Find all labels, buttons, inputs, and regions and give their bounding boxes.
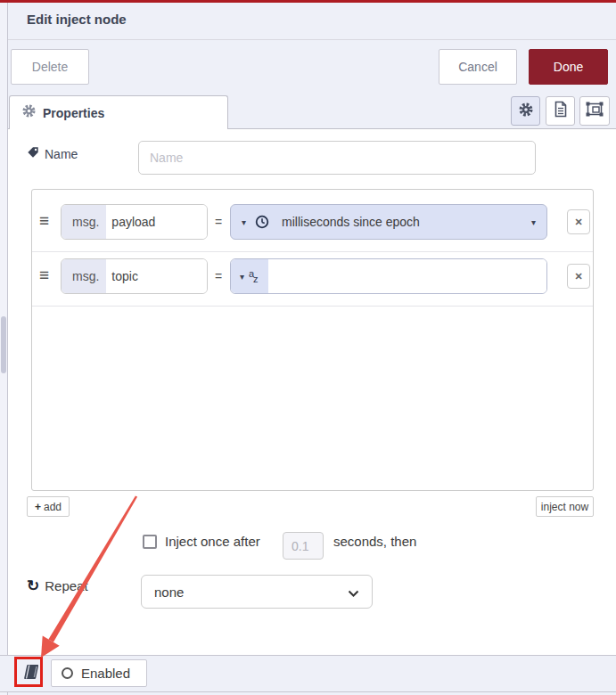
cancel-button[interactable]: Cancel: [439, 49, 517, 85]
chevron-down-icon: [348, 585, 359, 600]
tab-properties-label: Properties: [43, 106, 104, 120]
type-select-button[interactable]: ▾ az: [231, 259, 268, 293]
typed-input-value: milliseconds since epoch: [282, 215, 531, 229]
typed-input-payload[interactable]: ▾ milliseconds since epoch ▾: [230, 204, 547, 240]
properties-tab-button[interactable]: [511, 96, 540, 126]
equals-sign: =: [215, 215, 222, 229]
inject-once-label: Inject once after: [165, 534, 260, 549]
tray-resize-grip[interactable]: [1, 316, 6, 373]
remove-rule-button[interactable]: ✕: [567, 264, 590, 289]
repeat-icon: ↻: [27, 578, 39, 593]
header-divider: [8, 39, 616, 40]
description-tab-button[interactable]: [546, 96, 575, 126]
equals-sign: =: [215, 269, 222, 283]
drag-handle-icon[interactable]: ≡: [39, 268, 55, 282]
inject-once-suffix: seconds, then: [333, 534, 416, 549]
clock-icon: [255, 215, 269, 229]
description-toggle-button[interactable]: [19, 661, 40, 685]
caret-down-icon: ▾: [242, 217, 246, 227]
caret-down-icon: ▾: [240, 272, 244, 282]
gear-icon: [519, 102, 533, 120]
name-input[interactable]: [138, 141, 536, 175]
msg-prefix: msg.: [62, 205, 106, 239]
appearance-icon: [586, 102, 604, 120]
remove-rule-button[interactable]: ✕: [567, 209, 590, 234]
tab-properties[interactable]: Properties: [9, 95, 228, 129]
repeat-select[interactable]: none: [141, 575, 373, 609]
repeat-selected-value: none: [154, 585, 184, 600]
caret-down-icon: ▾: [531, 217, 536, 227]
repeat-label: ↻ Repeat: [27, 578, 88, 593]
property-key-input[interactable]: [106, 205, 207, 239]
top-accent-bar: [0, 0, 616, 3]
topic-value-input[interactable]: [268, 259, 546, 293]
gear-icon: [22, 104, 36, 121]
name-label-text: Name: [45, 147, 78, 161]
book-icon: [21, 662, 38, 684]
inject-once-checkbox[interactable]: [143, 535, 157, 549]
add-label: add: [44, 501, 62, 513]
rule-row-topic-property: msg.: [61, 258, 208, 294]
enabled-toggle-button[interactable]: Enabled: [51, 659, 147, 687]
rule-row-payload-property: msg.: [61, 204, 208, 240]
inject-now-button[interactable]: inject now: [536, 496, 594, 517]
typed-input-topic: ▾ az: [230, 258, 547, 294]
property-key-input[interactable]: [106, 259, 207, 293]
enabled-label: Enabled: [81, 666, 130, 681]
rule-divider: [32, 251, 593, 252]
document-icon: [554, 101, 568, 121]
tag-icon: [27, 146, 39, 161]
repeat-label-text: Repeat: [45, 578, 87, 593]
status-circle-icon: [62, 667, 73, 679]
inject-once-delay-input[interactable]: [283, 532, 324, 560]
add-rule-button[interactable]: + add: [27, 496, 70, 517]
msg-prefix: msg.: [62, 259, 106, 293]
name-label: Name: [27, 146, 78, 161]
string-type-icon: az: [249, 269, 259, 283]
dialog-title: Edit inject node: [27, 12, 127, 27]
rule-divider: [32, 306, 593, 307]
done-button[interactable]: Done: [529, 49, 608, 85]
plus-icon: +: [35, 501, 41, 513]
delete-button[interactable]: Delete: [11, 49, 89, 85]
drag-handle-icon[interactable]: ≡: [39, 214, 55, 228]
appearance-tab-button[interactable]: [579, 96, 610, 126]
